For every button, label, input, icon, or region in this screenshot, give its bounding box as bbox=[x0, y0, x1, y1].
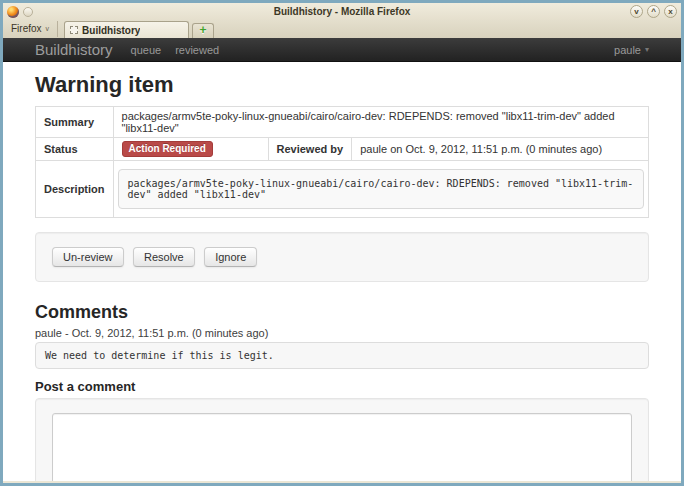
description-code: packages/armv5te-poky-linux-gnueabi/cair… bbox=[118, 169, 644, 209]
minimize-icon[interactable]: v bbox=[630, 5, 643, 18]
firefox-icon bbox=[7, 6, 19, 18]
window-titlebar: Buildhistory - Mozilla Firefox v ^ x bbox=[3, 3, 681, 20]
table-row: Description packages/armv5te-poky-linux-… bbox=[36, 161, 649, 218]
post-comment-heading: Post a comment bbox=[35, 379, 649, 394]
firefox-menu-label: Firefox bbox=[11, 23, 42, 34]
comments-heading: Comments bbox=[35, 302, 649, 323]
resolve-button[interactable]: Resolve bbox=[133, 247, 195, 267]
ignore-button[interactable]: Ignore bbox=[204, 247, 257, 267]
comment-item: paule - Oct. 9, 2012, 11:51 p.m. (0 minu… bbox=[35, 327, 649, 369]
new-tab-button[interactable]: + bbox=[192, 23, 214, 38]
firefox-window: Buildhistory - Mozilla Firefox v ^ x Fir… bbox=[0, 0, 684, 486]
tab-favicon-icon bbox=[70, 26, 78, 34]
tab-buildhistory[interactable]: Buildhistory bbox=[64, 21, 189, 38]
summary-value: packages/armv5te-poky-linux-gnueabi/cair… bbox=[113, 107, 648, 138]
nav-link-queue[interactable]: queue bbox=[131, 44, 162, 56]
comment-meta: paule - Oct. 9, 2012, 11:51 p.m. (0 minu… bbox=[35, 327, 649, 339]
warning-details-table: Summary packages/armv5te-poky-linux-gnue… bbox=[35, 106, 649, 218]
window-title: Buildhistory - Mozilla Firefox bbox=[3, 6, 681, 17]
navbar-brand[interactable]: Buildhistory bbox=[35, 41, 113, 58]
chevron-down-icon: ▾ bbox=[645, 45, 649, 54]
page-content: Warning item Summary packages/armv5te-po… bbox=[3, 62, 681, 481]
description-label: Description bbox=[36, 161, 114, 218]
tab-title: Buildhistory bbox=[82, 25, 140, 36]
comment-input[interactable] bbox=[52, 413, 632, 481]
user-menu-label: paule bbox=[614, 44, 641, 56]
summary-label: Summary bbox=[36, 107, 114, 138]
titlebar-pin-button[interactable] bbox=[23, 7, 33, 17]
nav-link-reviewed[interactable]: reviewed bbox=[175, 44, 219, 56]
browser-tabstrip: Firefox v Buildhistory + bbox=[3, 20, 681, 38]
close-icon[interactable]: x bbox=[664, 5, 677, 18]
reviewed-by-value: paule on Oct. 9, 2012, 11:51 p.m. (0 min… bbox=[352, 138, 649, 161]
table-row: Status Action Required Reviewed by paule… bbox=[36, 138, 649, 161]
status-label: Status bbox=[36, 138, 114, 161]
maximize-icon[interactable]: ^ bbox=[647, 5, 660, 18]
user-menu[interactable]: paule ▾ bbox=[614, 44, 649, 56]
actions-panel: Un-review Resolve Ignore bbox=[35, 232, 649, 282]
chevron-down-icon: v bbox=[46, 25, 50, 32]
app-navbar: Buildhistory queue reviewed paule ▾ bbox=[3, 38, 681, 62]
reviewed-by-label: Reviewed by bbox=[268, 138, 352, 161]
unreview-button[interactable]: Un-review bbox=[52, 247, 124, 267]
page-title: Warning item bbox=[35, 72, 649, 98]
table-row: Summary packages/armv5te-poky-linux-gnue… bbox=[36, 107, 649, 138]
comment-text: We need to determine if this is legit. bbox=[35, 342, 649, 369]
firefox-menu-button[interactable]: Firefox v bbox=[7, 21, 58, 37]
page-viewport: Buildhistory queue reviewed paule ▾ Warn… bbox=[3, 38, 681, 481]
post-comment-panel: Post bbox=[35, 398, 649, 481]
status-badge: Action Required bbox=[122, 141, 213, 157]
